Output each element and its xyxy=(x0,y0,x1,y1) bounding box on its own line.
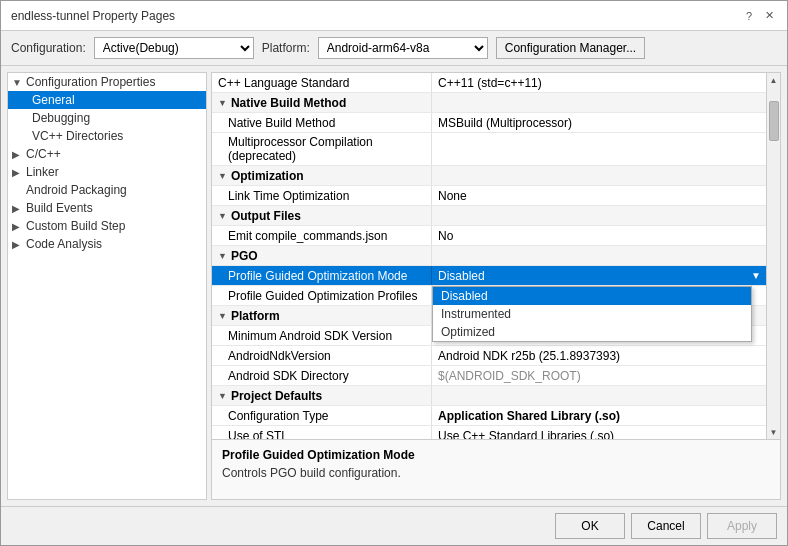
collapse-icon: ▼ xyxy=(12,77,26,88)
expand-icon: ▶ xyxy=(12,221,26,232)
collapse-arrow-icon: ▼ xyxy=(218,98,227,108)
prop-name: Profile Guided Optimization Mode xyxy=(212,266,432,285)
prop-value: Android NDK r25b (25.1.8937393) xyxy=(432,346,766,365)
sidebar-item-label: General xyxy=(32,93,75,107)
sidebar-item-label: Debugging xyxy=(32,111,90,125)
sidebar-item-general[interactable]: General xyxy=(8,91,206,109)
prop-name: Configuration Type xyxy=(212,406,432,425)
properties-table: C++ Language Standard C++11 (std=c++11) … xyxy=(212,73,780,439)
table-row-selected[interactable]: Profile Guided Optimization Mode Disable… xyxy=(212,266,766,286)
pgo-dropdown: Disabled Instrumented Optimized xyxy=(432,286,752,342)
platform-select[interactable]: Android-arm64-v8a xyxy=(318,37,488,59)
prop-value: Disabled ▼ xyxy=(432,266,766,285)
table-row: Use of STL Use C++ Standard Libraries (.… xyxy=(212,426,766,439)
prop-value: Application Shared Library (.so) xyxy=(432,406,766,425)
prop-name: AndroidNdkVersion xyxy=(212,346,432,365)
scroll-up-icon[interactable]: ▲ xyxy=(767,73,781,87)
prop-name: C++ Language Standard xyxy=(212,73,432,92)
sidebar-item-code-analysis[interactable]: ▶ Code Analysis xyxy=(8,235,206,253)
info-panel: Profile Guided Optimization Mode Control… xyxy=(212,439,780,499)
scroll-thumb[interactable] xyxy=(769,101,779,141)
prop-value xyxy=(432,93,766,112)
prop-name: Minimum Android SDK Version xyxy=(212,326,432,345)
sidebar-item-build-events[interactable]: ▶ Build Events xyxy=(8,199,206,217)
expand-icon: ▶ xyxy=(12,239,26,250)
prop-name: Use of STL xyxy=(212,426,432,439)
sidebar-item-config-properties[interactable]: ▼ Configuration Properties xyxy=(8,73,206,91)
prop-value: $(ANDROID_SDK_ROOT) xyxy=(432,366,766,385)
pgo-mode-container: Profile Guided Optimization Mode Disable… xyxy=(212,266,766,286)
scrollbar[interactable]: ▲ ▼ xyxy=(766,73,780,439)
table-row-section: ▼Project Defaults xyxy=(212,386,766,406)
properties-scroll-area[interactable]: C++ Language Standard C++11 (std=c++11) … xyxy=(212,73,766,439)
content-area: C++ Language Standard C++11 (std=c++11) … xyxy=(211,72,781,500)
section-name: ▼Project Defaults xyxy=(212,386,432,405)
sidebar-item-label: C/C++ xyxy=(26,147,61,161)
sidebar-item-label: VC++ Directories xyxy=(32,129,123,143)
table-row: Emit compile_commands.json No xyxy=(212,226,766,246)
button-bar: OK Cancel Apply xyxy=(1,506,787,545)
prop-name: Android SDK Directory xyxy=(212,366,432,385)
dropdown-option-optimized[interactable]: Optimized xyxy=(433,323,751,341)
sidebar-item-label: Android Packaging xyxy=(26,183,127,197)
sidebar-item-debugging[interactable]: Debugging xyxy=(8,109,206,127)
config-manager-button[interactable]: Configuration Manager... xyxy=(496,37,645,59)
prop-name: Profile Guided Optimization Profiles xyxy=(212,286,432,305)
prop-name: Link Time Optimization xyxy=(212,186,432,205)
prop-value: No xyxy=(432,226,766,245)
dropdown-option-instrumented[interactable]: Instrumented xyxy=(433,305,751,323)
section-name: ▼Output Files xyxy=(212,206,432,225)
dropdown-button[interactable]: ▼ xyxy=(746,266,766,285)
section-name: ▼Native Build Method xyxy=(212,93,432,112)
close-button[interactable]: ✕ xyxy=(761,8,777,24)
expand-icon: ▶ xyxy=(12,167,26,178)
ok-button[interactable]: OK xyxy=(555,513,625,539)
prop-value: Use C++ Standard Libraries (.so) xyxy=(432,426,766,439)
scroll-down-icon[interactable]: ▼ xyxy=(767,425,781,439)
expand-icon: ▶ xyxy=(12,203,26,214)
help-button[interactable]: ? xyxy=(741,8,757,24)
prop-value xyxy=(432,386,766,405)
prop-value: C++11 (std=c++11) xyxy=(432,73,766,92)
sidebar-item-vc-directories[interactable]: VC++ Directories xyxy=(8,127,206,145)
dialog: endless-tunnel Property Pages ? ✕ Config… xyxy=(0,0,788,546)
platform-label: Platform: xyxy=(262,41,310,55)
sidebar: ▼ Configuration Properties General Debug… xyxy=(7,72,207,500)
collapse-arrow-icon: ▼ xyxy=(218,311,227,321)
table-row: Link Time Optimization None xyxy=(212,186,766,206)
expand-icon: ▶ xyxy=(12,149,26,160)
sidebar-item-cpp[interactable]: ▶ C/C++ xyxy=(8,145,206,163)
collapse-arrow-icon: ▼ xyxy=(218,251,227,261)
sidebar-item-label: Build Events xyxy=(26,201,93,215)
main-area: ▼ Configuration Properties General Debug… xyxy=(7,72,781,500)
table-row-section: ▼PGO xyxy=(212,246,766,266)
prop-value: None xyxy=(432,186,766,205)
sidebar-item-label: Linker xyxy=(26,165,59,179)
table-row-section: ▼Optimization xyxy=(212,166,766,186)
table-row: Configuration Type Application Shared Li… xyxy=(212,406,766,426)
sidebar-item-linker[interactable]: ▶ Linker xyxy=(8,163,206,181)
section-name: ▼PGO xyxy=(212,246,432,265)
table-row: Android SDK Directory $(ANDROID_SDK_ROOT… xyxy=(212,366,766,386)
collapse-arrow-icon: ▼ xyxy=(218,391,227,401)
prop-value xyxy=(432,133,766,165)
section-name: ▼Platform xyxy=(212,306,432,325)
title-bar: endless-tunnel Property Pages ? ✕ xyxy=(1,1,787,31)
cancel-button[interactable]: Cancel xyxy=(631,513,701,539)
configuration-select[interactable]: Active(Debug) xyxy=(94,37,254,59)
prop-value xyxy=(432,166,766,185)
info-title: Profile Guided Optimization Mode xyxy=(222,448,770,462)
dropdown-option-disabled[interactable]: Disabled xyxy=(433,287,751,305)
table-row: Native Build Method MSBuild (Multiproces… xyxy=(212,113,766,133)
prop-name: Native Build Method xyxy=(212,113,432,132)
title-bar-controls: ? ✕ xyxy=(741,8,777,24)
section-name: ▼Optimization xyxy=(212,166,432,185)
collapse-arrow-icon: ▼ xyxy=(218,211,227,221)
sidebar-item-custom-build-step[interactable]: ▶ Custom Build Step xyxy=(8,217,206,235)
table-row-section: ▼Native Build Method xyxy=(212,93,766,113)
apply-button[interactable]: Apply xyxy=(707,513,777,539)
table-row: AndroidNdkVersion Android NDK r25b (25.1… xyxy=(212,346,766,366)
collapse-arrow-icon: ▼ xyxy=(218,171,227,181)
prop-name: Emit compile_commands.json xyxy=(212,226,432,245)
sidebar-item-android-packaging[interactable]: Android Packaging xyxy=(8,181,206,199)
